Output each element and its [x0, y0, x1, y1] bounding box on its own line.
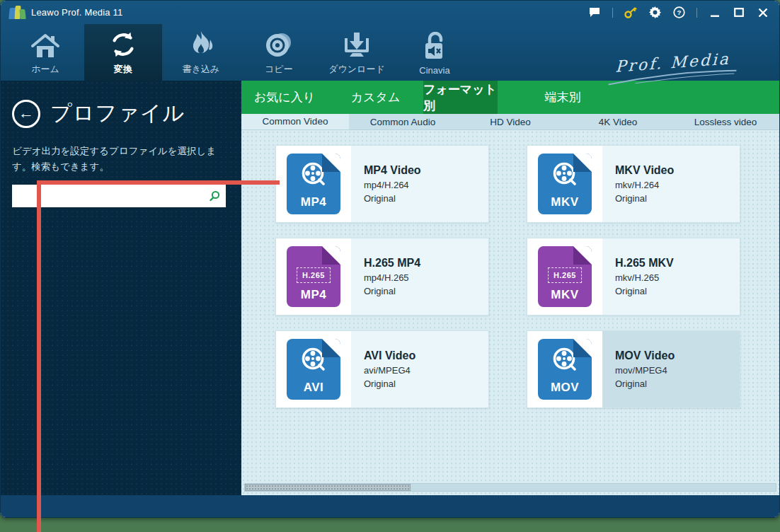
format-icon-box: MOV [527, 331, 602, 407]
settings-gear-icon[interactable] [648, 6, 661, 19]
subtab-common-video[interactable]: Common Video [241, 114, 349, 129]
card-format: avi/MPEG4 [364, 365, 415, 376]
bottom-status-bar [1, 495, 779, 517]
card-format: mkv/H.265 [615, 272, 674, 283]
format-tab-bar: お気に入り カスタム フォーマット別 端末別 [241, 81, 779, 114]
register-key-icon[interactable] [624, 6, 637, 19]
tab-by-format[interactable]: フォーマット別 [423, 81, 498, 114]
maximize-button[interactable] [733, 6, 745, 19]
card-title: MKV Video [615, 164, 674, 177]
search-magnifier-icon[interactable] [209, 190, 220, 202]
feedback-bubble-icon[interactable] [588, 6, 601, 19]
help-icon[interactable]: ? [672, 6, 685, 19]
format-icon-box: AVI [276, 331, 351, 407]
format-card-mp4[interactable]: MP4 MP4 Video mp4/H.264 Original [275, 145, 489, 223]
format-icon-label: AVI [287, 381, 340, 395]
h265-badge: H.265 [297, 267, 331, 283]
format-icon-label: MKV [538, 288, 592, 302]
format-card-avi[interactable]: AVI AVI Video avi/MPEG4 Original [275, 330, 489, 408]
convert-arrows-icon [108, 30, 138, 59]
subtab-lossless-video[interactable]: Lossless video [672, 114, 779, 129]
category-sub-tabs: Common Video Common Audio HD Video 4K Vi… [241, 114, 779, 130]
back-arrow-button[interactable]: ← [12, 100, 40, 128]
nav-item-cinavia[interactable]: Cinavia [396, 24, 474, 81]
titlebar-separator [696, 8, 697, 18]
subtab-4k-video[interactable]: 4K Video [564, 114, 672, 129]
format-icon-box: H.265 MP4 [276, 238, 351, 315]
nav-item-home[interactable]: ホーム [6, 24, 84, 81]
app-window: Leawo Prof. Media 11 [0, 0, 780, 518]
burn-flame-icon [187, 30, 215, 59]
card-quality: Original [615, 286, 674, 296]
copy-disc-icon [263, 30, 294, 59]
close-button[interactable] [757, 6, 769, 19]
nav-item-convert[interactable]: 変換 [84, 24, 162, 81]
title-bar: Leawo Prof. Media 11 [1, 1, 779, 24]
titlebar-separator [612, 8, 613, 18]
horizontal-scrollbar[interactable] [244, 483, 776, 492]
card-quality: Original [364, 378, 415, 389]
download-monitor-icon [342, 30, 372, 59]
nav-item-burn[interactable]: 書き込み [162, 24, 240, 81]
card-format: mov/MPEG4 [615, 365, 675, 376]
main-nav-bar: ホーム 変換 書き込み [1, 24, 779, 81]
profile-content: お気に入り カスタム フォーマット別 端末別 Common Video Comm… [241, 81, 779, 495]
format-card-h265-mkv[interactable]: H.265 MKV H.265 MKV mkv/H.265 Original [527, 238, 740, 316]
sidebar-description: ビデオ出力を設定するプロファイルを選択します。検索もできます。 [12, 144, 229, 175]
card-title: MOV Video [615, 349, 675, 362]
minimize-button[interactable] [709, 6, 721, 19]
card-quality: Original [615, 193, 674, 204]
nav-label: Cinavia [419, 65, 449, 76]
card-format: mkv/H.264 [615, 180, 674, 190]
avi-file-icon: AVI [287, 339, 340, 400]
format-card-h265-mp4[interactable]: H.265 MP4 H.265 MP4 mp4/H.265 Original [275, 238, 489, 316]
window-title: Leawo Prof. Media 11 [31, 7, 123, 18]
h265-mkv-file-icon: H.265 MKV [538, 246, 592, 307]
format-icon-box: H.265 MKV [527, 238, 602, 315]
tab-custom[interactable]: カスタム [328, 81, 423, 114]
card-quality: Original [615, 378, 675, 389]
nav-label: 書き込み [183, 63, 220, 76]
card-title: MP4 Video [364, 164, 421, 177]
card-quality: Original [364, 286, 420, 296]
svg-text:?: ? [677, 8, 681, 16]
card-format: mp4/H.264 [364, 180, 421, 190]
unlock-mute-speaker-icon [421, 32, 448, 62]
format-card-mkv[interactable]: MKV MKV Video mkv/H.264 Original [527, 145, 740, 223]
card-title: H.265 MKV [615, 257, 674, 270]
format-card-mov[interactable]: MOV MOV Video mov/MPEG4 Original [527, 330, 740, 408]
profile-search-box[interactable] [12, 185, 226, 207]
card-quality: Original [364, 193, 421, 204]
card-title: H.265 MP4 [364, 257, 420, 270]
subtab-hd-video[interactable]: HD Video [457, 114, 564, 129]
h265-mp4-file-icon: H.265 MP4 [287, 246, 340, 307]
card-format: mp4/H.265 [364, 272, 420, 283]
mkv-file-icon: MKV [538, 154, 592, 214]
scrollbar-thumb[interactable] [245, 484, 411, 491]
sidebar-title: プロファイル [50, 99, 185, 128]
nav-item-copy[interactable]: コピー [240, 24, 318, 81]
prof-media-brand: Prof. Media [607, 49, 739, 86]
h265-badge: H.265 [548, 267, 582, 283]
tab-favorites[interactable]: お気に入り [241, 81, 328, 114]
format-icon-label: MP4 [287, 195, 340, 209]
annotation-line-horizontal [37, 180, 280, 185]
nav-label: ダウンロード [328, 63, 385, 76]
format-icon-label: MP4 [287, 288, 340, 302]
format-icon-box: MP4 [276, 146, 351, 222]
nav-label: ホーム [31, 63, 59, 76]
card-title: AVI Video [364, 349, 415, 362]
format-cards-area: MP4 MP4 Video mp4/H.264 Original [241, 130, 779, 495]
nav-label: 変換 [114, 63, 132, 76]
mov-file-icon: MOV [538, 339, 592, 400]
format-icon-box: MKV [527, 146, 602, 222]
search-input[interactable] [12, 185, 226, 207]
home-icon [30, 30, 60, 59]
leawo-logo-icon [9, 6, 25, 19]
nav-item-download[interactable]: ダウンロード [318, 24, 396, 81]
format-icon-label: MKV [538, 195, 592, 209]
mp4-file-icon: MP4 [287, 154, 340, 214]
nav-label: コピー [265, 63, 293, 76]
subtab-common-audio[interactable]: Common Audio [349, 114, 457, 129]
format-icon-label: MOV [538, 381, 592, 395]
